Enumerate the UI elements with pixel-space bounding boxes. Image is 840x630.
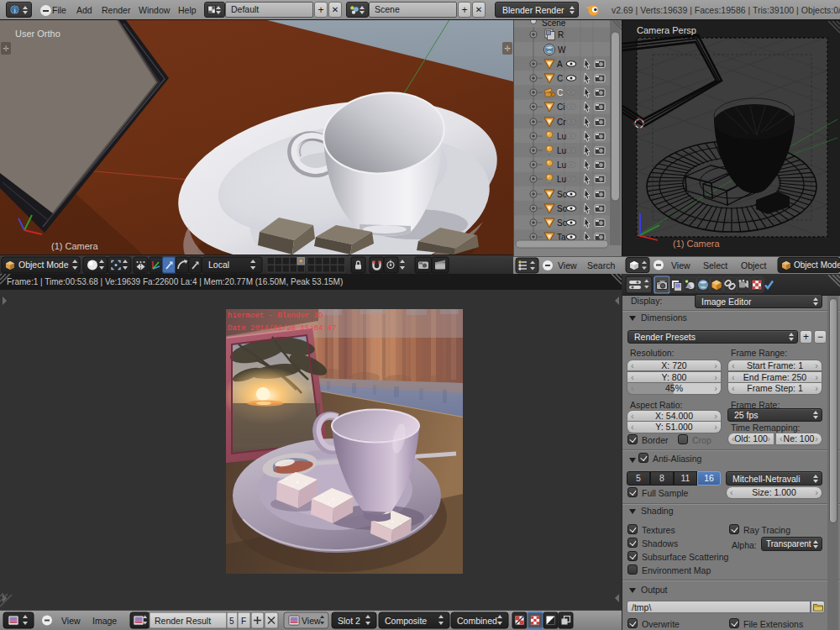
svg-text:R: R: [558, 30, 564, 39]
svg-text:F: F: [241, 617, 246, 626]
svg-text:Ci: Ci: [557, 102, 564, 112]
svg-text:Camera Persp: Camera Persp: [637, 25, 696, 35]
svg-text:(1) Camera: (1) Camera: [673, 239, 721, 249]
svg-text:C: C: [557, 74, 563, 83]
svg-text:User Ortho: User Ortho: [15, 29, 60, 39]
svg-text:Scene: Scene: [542, 20, 566, 28]
svg-text:W: W: [558, 45, 566, 55]
svg-text:A: A: [557, 60, 563, 69]
svg-text:Composite: Composite: [385, 616, 427, 626]
svg-text:C: C: [557, 88, 563, 97]
svg-text:View: View: [302, 616, 321, 626]
svg-text:Cr: Cr: [557, 118, 566, 127]
svg-text:Sc: Sc: [557, 204, 567, 213]
svg-text:Lu: Lu: [557, 146, 566, 155]
svg-text:Sc: Sc: [557, 218, 567, 228]
svg-text:Object: Object: [741, 260, 766, 270]
svg-text:Search: Search: [587, 260, 615, 270]
svg-text:Lu: Lu: [557, 132, 566, 141]
svg-text:Lu: Lu: [557, 175, 566, 184]
svg-text:Object Mode: Object Mode: [794, 260, 840, 270]
svg-text:✛: ✛: [505, 45, 512, 53]
svg-text:Render Result: Render Result: [155, 616, 211, 626]
svg-text:Select: Select: [703, 260, 727, 270]
svg-text:✛: ✛: [3, 45, 10, 53]
svg-text:5: 5: [229, 617, 234, 626]
svg-text:Image: Image: [92, 616, 117, 626]
svg-text:View: View: [61, 616, 81, 626]
svg-text:Slot 2: Slot 2: [338, 616, 360, 626]
svg-text:(1) Camera: (1) Camera: [51, 241, 99, 251]
svg-text:View: View: [671, 260, 690, 270]
svg-text:Combined: Combined: [457, 616, 497, 626]
svg-text:Object Mode: Object Mode: [18, 260, 69, 270]
svg-text:Lu: Lu: [557, 160, 566, 170]
svg-text:Local: Local: [208, 260, 229, 270]
svg-text:View: View: [558, 260, 577, 270]
svg-text:Sc: Sc: [557, 190, 567, 199]
